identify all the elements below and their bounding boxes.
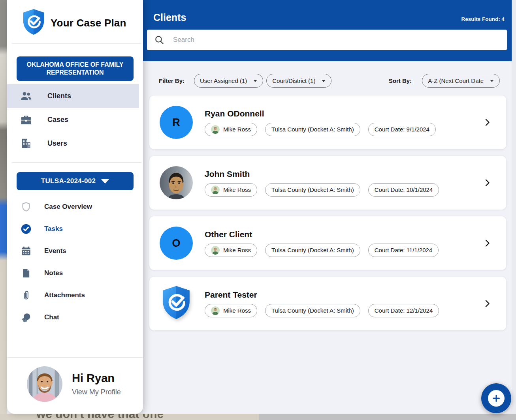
assignee-chip: Mike Ross <box>205 123 257 136</box>
filter-user-assigned-value: User Assigned (1) <box>200 77 247 84</box>
profile-greeting: Hi Ryan <box>72 372 121 385</box>
assignee-chip: Mike Ross <box>205 304 257 317</box>
court-date-label: Court Date: 12/1/2024 <box>375 307 433 314</box>
chevron-right-icon[interactable] <box>482 238 492 248</box>
add-client-fab[interactable] <box>481 383 511 413</box>
court-date-label: Court Date: 10/1/2024 <box>375 186 433 193</box>
court-date-chip: Court Date: 11/1/2024 <box>368 244 439 257</box>
filter-user-assigned-dropdown[interactable]: User Assigned (1) <box>194 74 263 88</box>
client-list: R Ryan ODonnell Mike Ross Tulsa County (… <box>149 96 506 330</box>
shield-check-icon <box>21 8 46 38</box>
client-card[interactable]: O Other Client Mike Ross Tulsa County (D… <box>149 216 506 270</box>
assignee-name: Mike Ross <box>223 247 251 253</box>
client-logo-avatar <box>160 285 192 322</box>
divider <box>12 162 141 163</box>
view-profile-link[interactable]: View My Profile <box>72 388 121 396</box>
court-chip: Tulsa County (Docket A: Smith) <box>265 244 360 257</box>
court-label: Tulsa County (Docket A: Smith) <box>271 247 354 253</box>
filter-by-label: Filter By: <box>159 77 185 84</box>
search-input[interactable] <box>173 36 500 44</box>
building-icon <box>20 137 32 150</box>
assignee-avatar <box>211 246 220 255</box>
briefcase-icon <box>20 113 32 126</box>
assignee-avatar <box>211 125 220 134</box>
sidebar-item-users[interactable]: Users <box>7 131 143 155</box>
page-header: Clients Results Found: 4 <box>143 0 512 61</box>
court-date-label: Court Date: 9/1/2024 <box>375 126 429 133</box>
client-card[interactable]: Parent Tester Mike Ross Tulsa County (Do… <box>149 277 506 330</box>
app-title: Your Case Plan <box>51 17 126 29</box>
assignee-avatar <box>211 306 220 315</box>
case-selector-button[interactable]: TULSA-2024-002 <box>17 172 134 190</box>
case-nav-item-label: Tasks <box>44 225 63 233</box>
sort-by-label: Sort By: <box>389 77 412 84</box>
chevron-down-icon <box>101 179 109 184</box>
search-icon <box>154 35 164 45</box>
client-name: Ryan ODonnell <box>205 109 471 118</box>
client-name: Other Client <box>205 230 471 239</box>
case-nav-item-chat[interactable]: Chat <box>7 306 143 328</box>
client-avatar: R <box>160 106 193 139</box>
sidebar: Your Case Plan OKLAHOMA OFFICE OF FAMILY… <box>7 0 143 414</box>
sort-value: A-Z (Next Court Date <box>428 77 484 84</box>
sidebar-item-cases[interactable]: Cases <box>7 108 143 131</box>
client-avatar: O <box>160 227 193 260</box>
background-page-bottom-strip: we don't have that one <box>0 414 516 420</box>
client-name: Parent Tester <box>205 290 471 300</box>
case-selector-label: TULSA-2024-002 <box>41 177 96 185</box>
organization-button[interactable]: OKLAHOMA OFFICE OF FAMILY REPRESENTATION <box>17 56 134 81</box>
profile-section: Hi Ryan View My Profile <box>7 357 143 414</box>
case-nav-item-tasks[interactable]: Tasks <box>7 218 143 240</box>
plus-icon <box>488 390 505 407</box>
client-card[interactable]: R Ryan ODonnell Mike Ross Tulsa County (… <box>149 96 506 149</box>
background-page-left-strip <box>0 0 7 420</box>
case-nav-item-events[interactable]: Events <box>7 240 143 262</box>
divider <box>12 43 141 44</box>
background-page-text: we don't have that one <box>36 414 164 420</box>
court-date-chip: Court Date: 9/1/2024 <box>368 123 436 136</box>
client-photo-avatar <box>160 166 193 199</box>
profile-avatar[interactable] <box>27 366 62 402</box>
assignee-avatar <box>211 186 220 194</box>
chevron-right-icon[interactable] <box>482 178 492 188</box>
court-chip: Tulsa County (Docket A: Smith) <box>265 183 360 197</box>
results-count: Results Found: 4 <box>461 16 505 22</box>
case-nav: Case Overview Tasks Events Notes Attachm… <box>7 196 143 328</box>
shield-outline-icon <box>21 201 32 212</box>
case-nav-item-label: Events <box>44 247 66 255</box>
client-avatar <box>160 287 193 320</box>
case-nav-item-label: Case Overview <box>44 203 92 211</box>
court-label: Tulsa County (Docket A: Smith) <box>271 186 354 193</box>
chevron-right-icon[interactable] <box>482 299 492 308</box>
search-bar[interactable] <box>147 30 507 50</box>
page-title: Clients <box>153 12 186 23</box>
filter-row: Filter By: User Assigned (1) Court/Distr… <box>143 61 512 88</box>
chevron-right-icon[interactable] <box>482 118 492 127</box>
case-nav-item-label: Attachments <box>44 291 85 299</box>
filter-court-district-value: Court/District (1) <box>272 77 315 84</box>
chat-icon <box>21 312 32 323</box>
court-date-label: Court Date: 11/1/2024 <box>375 247 432 253</box>
case-nav-item-notes[interactable]: Notes <box>7 262 143 284</box>
client-name: John Smith <box>205 169 471 179</box>
assignee-name: Mike Ross <box>223 307 251 314</box>
chevron-down-icon <box>322 80 326 82</box>
case-nav-item-attachments[interactable]: Attachments <box>7 284 143 306</box>
sort-dropdown[interactable]: A-Z (Next Court Date <box>422 74 500 88</box>
client-card[interactable]: John Smith Mike Ross Tulsa County (Docke… <box>149 156 506 210</box>
paperclip-icon <box>21 290 32 301</box>
assignee-name: Mike Ross <box>223 186 251 193</box>
assignee-name: Mike Ross <box>223 126 251 133</box>
check-circle-icon <box>21 223 32 234</box>
app-logo: Your Case Plan <box>7 0 143 43</box>
client-initial-avatar: R <box>160 106 193 139</box>
client-avatar <box>160 166 193 199</box>
case-nav-item-case-overview[interactable]: Case Overview <box>7 196 143 218</box>
court-label: Tulsa County (Docket A: Smith) <box>271 126 354 133</box>
note-icon <box>21 268 32 279</box>
people-icon <box>20 90 32 102</box>
sidebar-item-clients[interactable]: Clients <box>7 84 139 108</box>
assignee-chip: Mike Ross <box>205 183 257 197</box>
court-date-chip: Court Date: 12/1/2024 <box>368 304 439 317</box>
filter-court-district-dropdown[interactable]: Court/District (1) <box>266 74 331 88</box>
